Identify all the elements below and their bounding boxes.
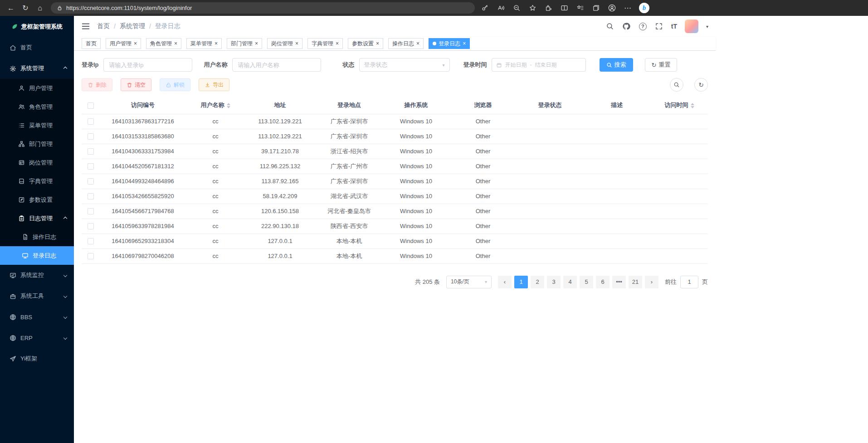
browser-profile-icon[interactable] [607, 4, 616, 13]
row-checkbox[interactable] [88, 148, 94, 155]
row-checkbox[interactable] [88, 163, 94, 170]
split-screen-icon[interactable] [560, 4, 569, 13]
github-icon[interactable] [622, 22, 631, 31]
page-size-select[interactable]: 10条/页 ▾ [446, 276, 492, 288]
select-all-checkbox[interactable] [88, 102, 94, 109]
tab-loginlog-active[interactable]: 登录日志× [429, 38, 470, 49]
breadcrumb-item[interactable]: 首页 [97, 22, 110, 30]
sidebar-item-operlog[interactable]: 操作日志 [0, 228, 74, 246]
search-button[interactable]: 搜索 [600, 58, 633, 72]
row-checkbox[interactable] [88, 238, 94, 244]
sidebar-item-dept[interactable]: 部门管理 [0, 135, 74, 153]
sidebar-item-system[interactable]: 系统管理 [0, 58, 74, 79]
sidebar-item-loginlog[interactable]: 登录日志 [0, 246, 74, 265]
fullscreen-icon[interactable] [655, 22, 663, 31]
page-button-4[interactable]: 4 [563, 276, 577, 288]
avatar-caret-icon[interactable]: ▾ [706, 24, 708, 29]
tab-menu[interactable]: 菜单管理× [186, 38, 222, 49]
user-name-input[interactable] [232, 58, 321, 72]
collections-icon[interactable] [591, 4, 600, 13]
password-key-icon[interactable] [480, 4, 489, 13]
tab-close-icon[interactable]: × [255, 41, 258, 46]
tab-close-icon[interactable]: × [134, 41, 137, 46]
address-bar[interactable]: https://ccnetcore.com:1101/system/log/lo… [51, 2, 475, 14]
tab-close-icon[interactable]: × [215, 41, 218, 46]
search-icon[interactable] [606, 22, 614, 31]
page-button-5[interactable]: 5 [580, 276, 593, 288]
add-favorite-icon[interactable] [528, 4, 537, 13]
tab-post[interactable]: 岗位管理× [267, 38, 302, 49]
tab-close-icon[interactable]: × [174, 41, 177, 46]
sort-carets[interactable] [227, 103, 230, 108]
user-avatar[interactable] [685, 19, 698, 33]
tab-dict[interactable]: 字典管理× [307, 38, 343, 49]
tab-operlog[interactable]: 操作日志× [388, 38, 424, 49]
sidebar-item-bbs[interactable]: BBS [0, 307, 74, 327]
tab-param[interactable]: 参数设置× [348, 38, 383, 49]
sidebar-toggle-button[interactable] [81, 21, 91, 31]
zoom-icon[interactable] [512, 4, 521, 13]
row-checkbox[interactable] [88, 223, 94, 229]
tab-close-icon[interactable]: × [463, 41, 466, 46]
sidebar-item-param[interactable]: 参数设置 [0, 190, 74, 209]
help-icon[interactable]: ? [639, 22, 647, 31]
status-select[interactable]: 登录状态 ▾ [359, 58, 450, 72]
sidebar-item-erp[interactable]: ERP [0, 327, 74, 348]
date-range-picker[interactable]: 开始日期 - 结束日期 [492, 58, 586, 72]
next-page-button[interactable]: › [645, 276, 658, 288]
sort-carets[interactable] [691, 103, 694, 108]
browser-settings-more-icon[interactable]: ⋯ [623, 4, 632, 13]
tab-role[interactable]: 角色管理× [146, 38, 181, 49]
favorites-icon[interactable] [575, 4, 585, 13]
browser-back-button[interactable]: ← [4, 2, 18, 15]
page-button-1[interactable]: 1 [514, 276, 528, 288]
row-checkbox[interactable] [88, 133, 94, 140]
read-aloud-icon[interactable] [496, 4, 505, 13]
row-checkbox[interactable] [88, 253, 94, 259]
sidebar-item-user[interactable]: 用户管理 [0, 79, 74, 97]
browser-home-button[interactable]: ⌂ [33, 2, 47, 15]
sidebar-item-role[interactable]: 角色管理 [0, 97, 74, 116]
browser-reload-button[interactable]: ↻ [18, 2, 33, 15]
unlock-button[interactable]: 解锁 [160, 78, 190, 91]
sidebar-item-monitor[interactable]: 系统监控 [0, 265, 74, 286]
tab-close-icon[interactable]: × [416, 41, 419, 46]
row-checkbox[interactable] [88, 193, 94, 200]
sidebar-item-dict[interactable]: 字典管理 [0, 172, 74, 190]
tab-dept[interactable]: 部门管理× [227, 38, 262, 49]
extensions-icon[interactable] [544, 4, 553, 13]
tab-close-icon[interactable]: × [336, 41, 339, 46]
font-size-icon[interactable]: tT [671, 23, 677, 30]
row-checkbox[interactable] [88, 208, 94, 214]
more-pages-button[interactable]: ••• [612, 276, 626, 288]
tab-close-icon[interactable]: × [295, 41, 298, 46]
row-checkbox[interactable] [88, 178, 94, 185]
app-logo[interactable]: 意框架管理系统 [0, 16, 74, 37]
reset-button[interactable]: ↻ 重置 [645, 58, 678, 72]
sidebar-item-home[interactable]: 首页 [0, 37, 74, 58]
goto-page-input[interactable] [680, 276, 698, 288]
sidebar-item-menu[interactable]: 菜单管理 [0, 116, 74, 135]
bing-chat-icon[interactable]: b [639, 3, 649, 13]
export-button[interactable]: 导出 [199, 78, 229, 91]
sidebar-item-tool[interactable]: 系统工具 [0, 286, 74, 307]
clear-button[interactable]: 清空 [121, 78, 151, 91]
breadcrumb-item[interactable]: 系统管理 [120, 22, 145, 30]
refresh-table-button[interactable]: ↻ [694, 78, 708, 92]
row-checkbox[interactable] [88, 118, 94, 125]
cell-ip: 113.87.92.165 [245, 174, 315, 189]
page-button-3[interactable]: 3 [547, 276, 561, 288]
tab-close-icon[interactable]: × [376, 41, 379, 46]
sidebar-item-post[interactable]: 岗位管理 [0, 153, 74, 172]
toggle-search-button[interactable] [670, 78, 683, 92]
tab-home[interactable]: 首页 [82, 38, 101, 49]
sidebar-item-log[interactable]: 日志管理 [0, 209, 74, 228]
page-button-6[interactable]: 6 [596, 276, 610, 288]
tab-user[interactable]: 用户管理× [106, 38, 141, 49]
page-button-2[interactable]: 2 [531, 276, 544, 288]
page-button-21[interactable]: 21 [629, 276, 642, 288]
sidebar-item-yi[interactable]: Yi框架 [0, 348, 74, 369]
prev-page-button[interactable]: ‹ [498, 276, 512, 288]
login-ip-input[interactable] [103, 58, 192, 72]
delete-button[interactable]: 删除 [82, 78, 112, 91]
